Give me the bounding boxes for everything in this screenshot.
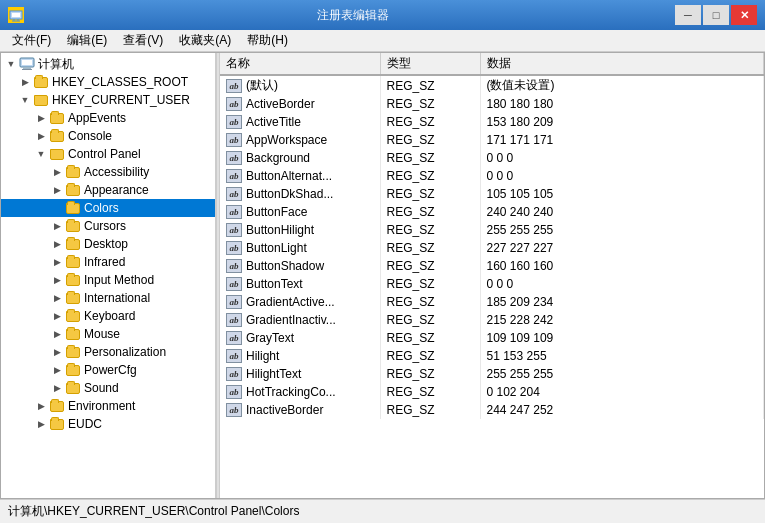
cell-type: REG_SZ	[380, 293, 480, 311]
folder-icon	[49, 147, 65, 161]
tree-item-environment[interactable]: ▶ Environment	[1, 397, 215, 415]
tree-item-appearance[interactable]: ▶ Appearance	[1, 181, 215, 199]
cell-data: (数值未设置)	[480, 75, 764, 95]
tree-item-powercfg[interactable]: ▶ PowerCfg	[1, 361, 215, 379]
tree-item-colors[interactable]: Colors	[1, 199, 215, 217]
folder-icon	[65, 345, 81, 359]
expand-icon: ▶	[49, 164, 65, 180]
cell-data: 215 228 242	[480, 311, 764, 329]
cell-data: 0 0 0	[480, 275, 764, 293]
tree-item-desktop[interactable]: ▶ Desktop	[1, 235, 215, 253]
expand-icon: ▼	[3, 56, 19, 72]
table-row[interactable]: abInactiveBorderREG_SZ244 247 252	[220, 401, 764, 419]
tree-item-international[interactable]: ▶ International	[1, 289, 215, 307]
table-row[interactable]: abGradientActive...REG_SZ185 209 234	[220, 293, 764, 311]
table-row[interactable]: abHilightREG_SZ51 153 255	[220, 347, 764, 365]
folder-icon	[65, 219, 81, 233]
tree-item-mouse[interactable]: ▶ Mouse	[1, 325, 215, 343]
menu-view[interactable]: 查看(V)	[115, 30, 171, 51]
cell-data: 51 153 255	[480, 347, 764, 365]
tree-label-personalization: Personalization	[84, 345, 166, 359]
cell-data: 0 0 0	[480, 149, 764, 167]
cell-type: REG_SZ	[380, 185, 480, 203]
cell-type: REG_SZ	[380, 167, 480, 185]
menu-file[interactable]: 文件(F)	[4, 30, 59, 51]
tree-label-accessibility: Accessibility	[84, 165, 149, 179]
cell-type: REG_SZ	[380, 311, 480, 329]
maximize-button[interactable]: □	[703, 5, 729, 25]
menu-help[interactable]: 帮助(H)	[239, 30, 296, 51]
cell-data: 227 227 227	[480, 239, 764, 257]
tree-item-sound[interactable]: ▶ Sound	[1, 379, 215, 397]
tree-item-personalization[interactable]: ▶ Personalization	[1, 343, 215, 361]
tree-item-infrared[interactable]: ▶ Infrared	[1, 253, 215, 271]
table-row[interactable]: abGrayTextREG_SZ109 109 109	[220, 329, 764, 347]
cell-name: abGradientInactiv...	[220, 311, 380, 329]
cell-data: 0 102 204	[480, 383, 764, 401]
cell-name: abActiveBorder	[220, 95, 380, 113]
tree-label-international: International	[84, 291, 150, 305]
tree-item-classes-root[interactable]: ▶ HKEY_CLASSES_ROOT	[1, 73, 215, 91]
tree-item-input-method[interactable]: ▶ Input Method	[1, 271, 215, 289]
table-row[interactable]: abBackgroundREG_SZ0 0 0	[220, 149, 764, 167]
folder-icon	[49, 111, 65, 125]
table-row[interactable]: abHilightTextREG_SZ255 255 255	[220, 365, 764, 383]
table-row[interactable]: ab(默认)REG_SZ(数值未设置)	[220, 75, 764, 95]
col-header-name: 名称	[220, 53, 380, 75]
cell-type: REG_SZ	[380, 113, 480, 131]
table-row[interactable]: abAppWorkspaceREG_SZ171 171 171	[220, 131, 764, 149]
folder-icon	[33, 75, 49, 89]
table-row[interactable]: abActiveBorderREG_SZ180 180 180	[220, 95, 764, 113]
menu-favorites[interactable]: 收藏夹(A)	[171, 30, 239, 51]
cell-name: abGrayText	[220, 329, 380, 347]
tree-label-colors: Colors	[84, 201, 119, 215]
table-row[interactable]: abActiveTitleREG_SZ153 180 209	[220, 113, 764, 131]
cell-type: REG_SZ	[380, 221, 480, 239]
tree-item-cursors[interactable]: ▶ Cursors	[1, 217, 215, 235]
svg-rect-7	[23, 67, 31, 69]
cell-type: REG_SZ	[380, 239, 480, 257]
expand-icon: ▶	[49, 344, 65, 360]
tree-panel[interactable]: ▼ 计算机 ▶ HKEY_CLASSES_ROOT ▼ HKEY_CURRENT…	[1, 53, 216, 498]
tree-item-control-panel[interactable]: ▼ Control Panel	[1, 145, 215, 163]
table-row[interactable]: abButtonAlternat...REG_SZ0 0 0	[220, 167, 764, 185]
cell-name: abBackground	[220, 149, 380, 167]
right-panel[interactable]: 名称 类型 数据 ab(默认)REG_SZ(数值未设置)abActiveBord…	[220, 53, 764, 498]
tree-item-appevents[interactable]: ▶ AppEvents	[1, 109, 215, 127]
tree-item-computer[interactable]: ▼ 计算机	[1, 55, 215, 73]
table-row[interactable]: abHotTrackingCo...REG_SZ0 102 204	[220, 383, 764, 401]
table-row[interactable]: abGradientInactiv...REG_SZ215 228 242	[220, 311, 764, 329]
minimize-button[interactable]: ─	[675, 5, 701, 25]
close-button[interactable]: ✕	[731, 5, 757, 25]
table-row[interactable]: abButtonDkShad...REG_SZ105 105 105	[220, 185, 764, 203]
tree-item-accessibility[interactable]: ▶ Accessibility	[1, 163, 215, 181]
table-row[interactable]: abButtonLightREG_SZ227 227 227	[220, 239, 764, 257]
expand-icon: ▼	[17, 92, 33, 108]
cell-data: 255 255 255	[480, 221, 764, 239]
tree-item-keyboard[interactable]: ▶ Keyboard	[1, 307, 215, 325]
cell-type: REG_SZ	[380, 149, 480, 167]
cell-name: abActiveTitle	[220, 113, 380, 131]
tree-item-current-user[interactable]: ▼ HKEY_CURRENT_USER	[1, 91, 215, 109]
tree-item-eudc[interactable]: ▶ EUDC	[1, 415, 215, 433]
cell-name: abButtonText	[220, 275, 380, 293]
table-row[interactable]: abButtonFaceREG_SZ240 240 240	[220, 203, 764, 221]
window-title: 注册表编辑器	[30, 7, 675, 24]
tree-label-eudc: EUDC	[68, 417, 102, 431]
tree-label-appearance: Appearance	[84, 183, 149, 197]
tree-label-input-method: Input Method	[84, 273, 154, 287]
cell-type: REG_SZ	[380, 401, 480, 419]
expand-icon: ▼	[33, 146, 49, 162]
cell-type: REG_SZ	[380, 131, 480, 149]
tree-item-console[interactable]: ▶ Console	[1, 127, 215, 145]
col-header-data: 数据	[480, 53, 764, 75]
svg-rect-8	[22, 69, 32, 70]
menu-edit[interactable]: 编辑(E)	[59, 30, 115, 51]
cell-name: abInactiveBorder	[220, 401, 380, 419]
expand-icon: ▶	[49, 182, 65, 198]
cell-name: abGradientActive...	[220, 293, 380, 311]
table-row[interactable]: abButtonShadowREG_SZ160 160 160	[220, 257, 764, 275]
folder-icon	[33, 93, 49, 107]
table-row[interactable]: abButtonHilightREG_SZ255 255 255	[220, 221, 764, 239]
table-row[interactable]: abButtonTextREG_SZ0 0 0	[220, 275, 764, 293]
